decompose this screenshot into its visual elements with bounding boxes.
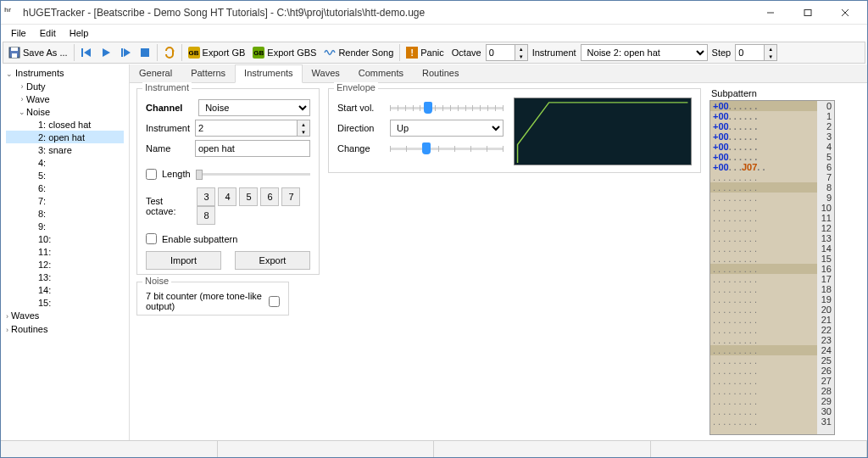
tree-item[interactable]: 3: snare xyxy=(6,143,124,156)
tree-item[interactable]: 8: xyxy=(6,207,124,220)
status-bar xyxy=(1,440,867,457)
export-gb-button[interactable]: GBExport GB xyxy=(185,43,249,62)
play-icon xyxy=(100,47,112,59)
subpattern-rownums: 0123456789101112131415161718192021222324… xyxy=(817,101,834,434)
play-start-button[interactable] xyxy=(97,43,115,62)
tree-item[interactable]: ⌄Noise xyxy=(6,105,124,118)
change-label: Change xyxy=(337,143,385,154)
menu-edit[interactable]: Edit xyxy=(33,26,63,40)
tab-general[interactable]: General xyxy=(130,64,181,82)
tree-item[interactable]: 5: xyxy=(6,169,124,182)
rewind-button[interactable] xyxy=(77,43,96,62)
length-slider[interactable] xyxy=(196,166,310,182)
instr-name-input[interactable] xyxy=(195,140,310,157)
svg-rect-1 xyxy=(804,9,811,15)
tab-bar: GeneralPatternsInstrumentsWavesCommentsR… xyxy=(130,64,867,83)
export-gbs-button[interactable]: GBExport GBS xyxy=(249,43,320,62)
tab-comments[interactable]: Comments xyxy=(349,64,413,82)
svg-marker-9 xyxy=(103,48,110,57)
tab-waves[interactable]: Waves xyxy=(303,64,349,82)
tree-item[interactable]: 15: xyxy=(6,296,124,309)
tree-item[interactable]: 9: xyxy=(6,220,124,232)
menu-file[interactable]: File xyxy=(4,26,33,40)
chevron-right-icon[interactable]: › xyxy=(6,312,8,321)
test-octave-6[interactable]: 6 xyxy=(260,187,279,206)
direction-select[interactable]: Up xyxy=(390,120,504,137)
maximize-button[interactable] xyxy=(789,1,826,25)
step-arrows[interactable]: ▲▼ xyxy=(764,44,777,61)
minimize-button[interactable] xyxy=(752,1,789,25)
step-spinner[interactable]: ▲▼ xyxy=(735,44,777,61)
test-octave-8[interactable]: 8 xyxy=(197,206,215,225)
length-checkbox[interactable] xyxy=(146,169,157,180)
seven-bit-checkbox[interactable] xyxy=(269,296,280,307)
instr-name-label: Name xyxy=(146,143,190,154)
start-vol-slider[interactable] xyxy=(390,100,504,115)
import-button[interactable]: Import xyxy=(146,251,221,270)
sidebar-routines[interactable]: Routines xyxy=(11,324,47,334)
envelope-legend: Envelope xyxy=(334,82,378,92)
octave-spinner[interactable]: ▲▼ xyxy=(486,44,528,61)
play-cursor-button[interactable] xyxy=(116,43,135,62)
stop-button[interactable] xyxy=(136,43,154,62)
loop-icon xyxy=(164,47,175,59)
loop-button[interactable] xyxy=(160,43,179,62)
tree-item[interactable]: ›Wave xyxy=(6,92,124,105)
test-octave-5[interactable]: 5 xyxy=(239,187,258,206)
tree-item[interactable]: ›Duty xyxy=(6,80,124,92)
svg-rect-10 xyxy=(121,48,123,57)
tree-item[interactable]: 4: xyxy=(6,156,124,169)
tree-item[interactable]: 6: xyxy=(6,182,124,194)
rewind-icon xyxy=(81,47,92,59)
enable-subpattern-checkbox[interactable] xyxy=(146,233,157,244)
sidebar-waves[interactable]: Waves xyxy=(11,310,39,321)
subpattern-title: Subpattern xyxy=(709,88,835,100)
panic-button[interactable]: !Panic xyxy=(403,43,448,62)
change-slider[interactable] xyxy=(390,141,504,156)
window-title: hUGETracker - [Beatscribe - Demo Song HT… xyxy=(23,7,752,19)
render-song-button[interactable]: Render Song xyxy=(320,43,397,62)
tree-item[interactable]: 13: xyxy=(6,271,124,283)
instr-num-input[interactable] xyxy=(195,120,297,137)
channel-select[interactable]: Noise xyxy=(198,99,310,116)
tree-item[interactable]: 11: xyxy=(6,245,124,258)
tab-instruments[interactable]: Instruments xyxy=(235,64,302,83)
subpattern-cells[interactable]: +00 . . . . . .+00 . . . . . .+00 . . . … xyxy=(710,101,817,434)
export-gbs-label: Export GBS xyxy=(267,47,316,58)
octave-input[interactable] xyxy=(486,44,515,61)
noise-group: Noise 7 bit counter (more tone-like outp… xyxy=(136,282,289,316)
export-button[interactable]: Export xyxy=(235,251,310,270)
close-button[interactable] xyxy=(826,1,864,25)
test-octave-label: Test octave: xyxy=(146,196,191,216)
tree-item[interactable]: 10: xyxy=(6,232,124,245)
test-octave-7[interactable]: 7 xyxy=(281,187,300,206)
test-octave-4[interactable]: 4 xyxy=(218,187,236,206)
octave-arrows[interactable]: ▲▼ xyxy=(515,44,528,61)
start-vol-label: Start vol. xyxy=(337,103,385,113)
octave-label: Octave xyxy=(448,47,485,58)
tree-item[interactable]: 12: xyxy=(6,258,124,271)
tree-item[interactable]: 14: xyxy=(6,283,124,296)
length-label: Length xyxy=(162,169,191,179)
save-as-label: Save As ... xyxy=(23,47,68,58)
chevron-right-icon[interactable]: › xyxy=(6,326,8,334)
instr-num-arrows[interactable]: ▲▼ xyxy=(297,120,310,137)
instrument-legend: Instrument xyxy=(142,82,192,92)
tab-routines[interactable]: Routines xyxy=(413,64,468,82)
save-as-button[interactable]: Save As ... xyxy=(5,43,71,62)
tree-item[interactable]: 2: open hat xyxy=(6,131,124,143)
wave-icon xyxy=(324,47,336,59)
test-octave-3[interactable]: 3 xyxy=(197,187,215,206)
titlebar: hr hUGETracker - [Beatscribe - Demo Song… xyxy=(1,1,867,25)
menu-help[interactable]: Help xyxy=(63,26,96,40)
instrument-dropdown[interactable]: Noise 2: open hat xyxy=(581,44,708,61)
svg-rect-7 xyxy=(81,48,83,57)
tree-item[interactable]: 7: xyxy=(6,194,124,207)
chevron-down-icon[interactable]: ⌄ xyxy=(6,70,13,78)
svg-rect-12 xyxy=(141,48,149,57)
instrument-group: Instrument ChannelNoise Instrument▲▼ Nam… xyxy=(136,88,320,275)
tree-item[interactable]: 1: closed hat xyxy=(6,118,124,131)
stop-icon xyxy=(139,47,151,59)
tab-patterns[interactable]: Patterns xyxy=(181,64,235,82)
step-input[interactable] xyxy=(735,44,764,61)
